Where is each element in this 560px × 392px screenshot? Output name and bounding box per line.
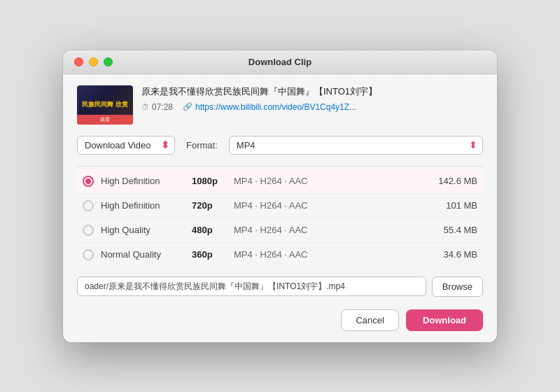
quality-item-0[interactable]: High Definition 1080p MP4 · H264 · AAC 1…: [77, 169, 483, 194]
video-details: 原来是我不懂得欣赏民族民间舞『中国舞』【INTO1刘宇】 ⏱ 07:28 🔗 h…: [141, 85, 483, 112]
save-path-input[interactable]: [77, 276, 426, 296]
quality-item-3[interactable]: Normal Quality 360p MP4 · H264 · AAC 34.…: [77, 243, 483, 267]
video-meta: ⏱ 07:28 🔗 https://www.bilibili.com/video…: [141, 102, 483, 112]
format-label: Format:: [186, 140, 218, 150]
clock-icon: ⏱: [141, 103, 149, 111]
quality-size-2: 55.4 MB: [428, 225, 477, 235]
radio-hd1080[interactable]: [83, 176, 94, 187]
dialog-content: 民族民间舞 欣赏 观看 原来是我不懂得欣赏民族民间舞『中国舞』【INTO1刘宇】…: [63, 74, 497, 342]
quality-name-1: High Definition: [101, 200, 192, 211]
quality-size-3: 34.6 MB: [428, 249, 477, 260]
traffic-lights: [74, 57, 113, 66]
thumbnail-overlay: 观看: [77, 115, 133, 125]
minimize-button[interactable]: [89, 57, 98, 66]
quality-item-2[interactable]: High Quality 480p MP4 · H264 · AAC 55.4 …: [77, 218, 483, 243]
quality-size-0: 142.6 MB: [428, 176, 477, 186]
quality-format-0: MP4 · H264 · AAC: [234, 176, 428, 186]
quality-res-1: 720p: [192, 200, 234, 211]
duration-text: 07:28: [152, 102, 173, 112]
maximize-button[interactable]: [104, 57, 113, 66]
quality-name-3: Normal Quality: [101, 249, 192, 260]
quality-item-1[interactable]: High Definition 720p MP4 · H264 · AAC 10…: [77, 194, 483, 218]
video-info: 民族民间舞 欣赏 观看 原来是我不懂得欣赏民族民间舞『中国舞』【INTO1刘宇】…: [77, 85, 483, 125]
quality-res-3: 360p: [192, 249, 234, 260]
quality-format-3: MP4 · H264 · AAC: [234, 249, 428, 260]
download-type-select[interactable]: Download Video: [77, 136, 175, 155]
path-row: Browse: [77, 276, 483, 297]
download-type-wrapper: Download Video ⬍: [77, 136, 175, 155]
dialog-title: Download Clip: [248, 57, 312, 67]
actions-row: Cancel Download: [77, 307, 483, 331]
quality-name-2: High Quality: [101, 225, 192, 235]
quality-name-0: High Definition: [101, 176, 192, 186]
divider: [77, 166, 483, 167]
video-duration: ⏱ 07:28: [141, 102, 173, 112]
browse-button[interactable]: Browse: [432, 276, 483, 297]
quality-format-2: MP4 · H264 · AAC: [234, 225, 428, 235]
quality-res-0: 1080p: [192, 176, 234, 186]
quality-list: High Definition 1080p MP4 · H264 · AAC 1…: [77, 169, 483, 267]
radio-nq360[interactable]: [83, 249, 94, 260]
link-icon: 🔗: [183, 102, 192, 111]
download-button[interactable]: Download: [406, 309, 483, 331]
video-title: 原来是我不懂得欣赏民族民间舞『中国舞』【INTO1刘宇】: [141, 85, 483, 98]
cancel-button[interactable]: Cancel: [341, 309, 398, 331]
close-button[interactable]: [74, 57, 83, 66]
video-thumbnail: 民族民间舞 欣赏 观看: [77, 85, 133, 125]
video-link-row: 🔗 https://www.bilibili.com/video/BV1Cq4y…: [183, 102, 356, 112]
format-select-wrapper: MP4 ⬍: [229, 136, 483, 155]
video-url[interactable]: https://www.bilibili.com/video/BV1Cq4y1Z…: [195, 102, 356, 112]
titlebar: Download Clip: [63, 50, 497, 74]
quality-size-1: 101 MB: [428, 200, 477, 211]
radio-hd720[interactable]: [83, 200, 94, 211]
controls-row: Download Video ⬍ Format: MP4 ⬍: [77, 136, 483, 155]
thumbnail-text: 民族民间舞 欣赏: [80, 99, 130, 111]
format-select[interactable]: MP4: [229, 136, 483, 155]
radio-hq480[interactable]: [83, 225, 94, 236]
download-dialog: Download Clip 民族民间舞 欣赏 观看 原来是我不懂得欣赏民族民间舞…: [63, 50, 497, 342]
quality-res-2: 480p: [192, 225, 234, 235]
quality-format-1: MP4 · H264 · AAC: [234, 200, 428, 211]
